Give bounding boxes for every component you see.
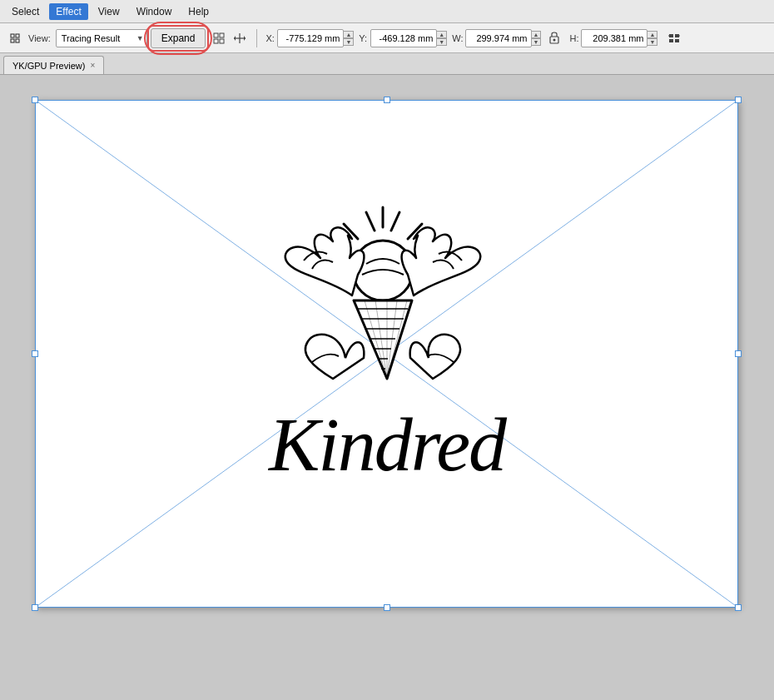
svg-line-22 xyxy=(366,212,375,231)
y-input[interactable] xyxy=(370,29,437,47)
tab-label: YK/GPU Preview) xyxy=(12,61,85,71)
svg-marker-10 xyxy=(244,36,246,41)
svg-rect-0 xyxy=(11,34,14,37)
x-input[interactable] xyxy=(277,29,344,47)
svg-rect-6 xyxy=(214,39,218,43)
view-select[interactable]: Tracing Result xyxy=(56,29,147,47)
svg-point-13 xyxy=(553,38,556,41)
toolbar-left-icons xyxy=(5,28,25,48)
svg-rect-16 xyxy=(669,39,673,42)
tab-close-button[interactable]: × xyxy=(90,62,95,70)
x-down-arrow[interactable]: ▼ xyxy=(343,38,354,46)
y-arrows: ▲ ▼ xyxy=(436,31,447,46)
menu-effect[interactable]: Effect xyxy=(49,3,87,20)
toolbar-sep-1 xyxy=(256,29,257,47)
view-label: View: xyxy=(28,33,51,43)
menubar: Select Effect View Window Help xyxy=(0,0,774,23)
tabbar: YK/GPU Preview) × xyxy=(0,53,774,75)
kindred-logo-svg: Kindred xyxy=(212,196,562,512)
svg-rect-5 xyxy=(220,33,224,37)
expand-button[interactable]: Expand xyxy=(151,28,206,48)
view-select-value: Tracing Result xyxy=(62,33,121,43)
h-coord-group: H: ▲ ▼ xyxy=(569,29,657,47)
h-input[interactable] xyxy=(581,29,647,47)
menu-window[interactable]: Window xyxy=(130,3,179,20)
y-down-arrow[interactable]: ▼ xyxy=(436,38,447,46)
h-up-arrow[interactable]: ▲ xyxy=(647,31,657,38)
toolbar-icon-1[interactable] xyxy=(5,28,25,48)
x-arrows: ▲ ▼ xyxy=(343,31,354,46)
x-label: X: xyxy=(265,33,275,43)
y-up-arrow[interactable]: ▲ xyxy=(436,31,447,38)
w-up-arrow[interactable]: ▲ xyxy=(531,31,542,38)
svg-line-24 xyxy=(391,212,399,231)
toolbar: View: Tracing Result ▼ Expand xyxy=(0,23,774,53)
w-coord-group: W: ▲ ▼ xyxy=(452,29,541,47)
x-coord-group: X: ▲ ▼ xyxy=(265,29,354,47)
transform-icon-2[interactable] xyxy=(230,28,250,48)
canvas-area: Kindred xyxy=(0,75,774,700)
menu-view[interactable]: View xyxy=(92,3,127,20)
svg-rect-7 xyxy=(220,39,224,43)
x-up-arrow[interactable]: ▲ xyxy=(343,31,354,38)
logo-container: Kindred xyxy=(35,100,738,608)
tab-preview[interactable]: YK/GPU Preview) × xyxy=(3,56,104,74)
w-down-arrow[interactable]: ▼ xyxy=(531,38,542,46)
h-arrows: ▲ ▼ xyxy=(647,31,657,46)
link-proportions-icon[interactable] xyxy=(544,28,564,48)
toolbar-transform-icons xyxy=(209,28,250,48)
h-label: H: xyxy=(569,33,579,43)
svg-rect-4 xyxy=(214,33,218,37)
menu-select[interactable]: Select xyxy=(5,3,46,20)
svg-text:Kindred: Kindred xyxy=(266,402,507,487)
transform-icon-1[interactable] xyxy=(209,28,229,48)
w-input[interactable] xyxy=(465,29,532,47)
svg-marker-11 xyxy=(234,36,236,41)
svg-rect-1 xyxy=(16,34,19,37)
y-label: Y: xyxy=(359,33,369,43)
h-down-arrow[interactable]: ▼ xyxy=(647,38,657,46)
svg-rect-15 xyxy=(675,34,679,37)
w-arrows: ▲ ▼ xyxy=(531,31,542,46)
expand-button-wrapper: Expand xyxy=(151,28,206,48)
svg-rect-2 xyxy=(11,39,14,42)
svg-rect-3 xyxy=(16,39,19,42)
svg-rect-17 xyxy=(675,39,679,42)
menu-help[interactable]: Help xyxy=(181,3,216,20)
svg-rect-14 xyxy=(669,34,673,37)
view-select-wrapper: Tracing Result ▼ xyxy=(56,29,147,47)
align-icon[interactable] xyxy=(664,28,684,48)
w-label: W: xyxy=(452,33,463,43)
y-coord-group: Y: ▲ ▼ xyxy=(359,29,447,47)
